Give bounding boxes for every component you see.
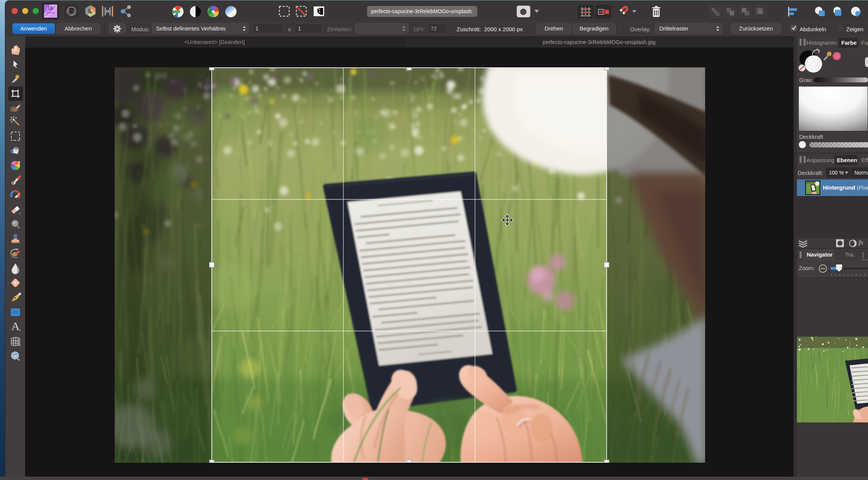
svg-text:A: A	[11, 320, 20, 332]
